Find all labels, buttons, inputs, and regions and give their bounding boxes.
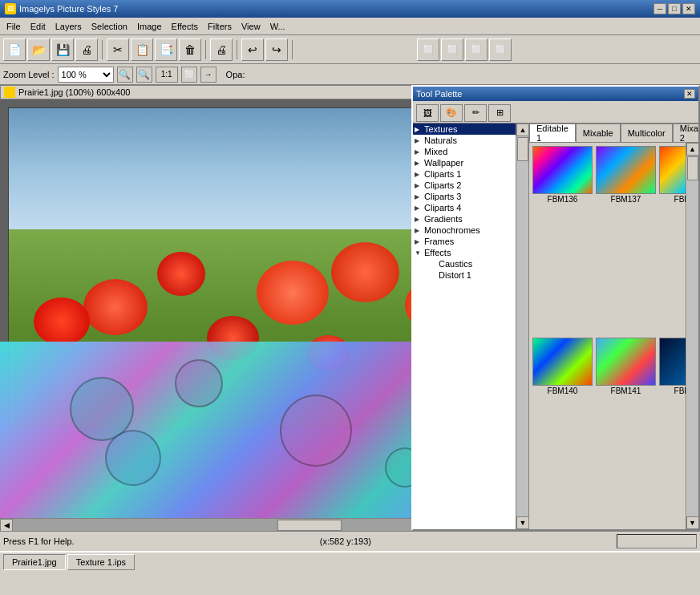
tab-multicolor[interactable]: Multicolor xyxy=(621,123,673,142)
tool-tab-icon-4[interactable]: ⊞ xyxy=(488,104,511,122)
menu-filters[interactable]: Filters xyxy=(203,20,237,33)
save-button[interactable]: 💾 xyxy=(51,38,74,61)
thumb-fbm142[interactable]: FBM142 xyxy=(659,338,686,526)
tool-tab-icon-2[interactable]: 🎨 xyxy=(440,104,463,122)
poppy-4 xyxy=(34,298,90,346)
thumb-fbm136[interactable]: FBM136 xyxy=(532,146,593,334)
tree-label-wallpaper: Wallpaper xyxy=(424,158,463,168)
new-button[interactable]: 📄 xyxy=(3,38,26,61)
thumb-fbm141[interactable]: FBM141 xyxy=(596,338,656,526)
menu-file[interactable]: File xyxy=(2,20,26,33)
task-texture[interactable]: Texture 1.ips xyxy=(67,554,135,570)
scroll-left-button[interactable]: ◀ xyxy=(0,519,13,532)
redo-button[interactable]: ↪ xyxy=(265,38,288,61)
tree-item-mixed[interactable]: ▶ Mixed xyxy=(413,146,516,157)
tree-scroll-up[interactable]: ▲ xyxy=(516,123,529,136)
zoom-in-button[interactable]: 🔍 xyxy=(117,67,133,83)
tree-item-gradients[interactable]: ▶ Gradients xyxy=(413,213,516,225)
tree-item-cliparts4[interactable]: ▶ Cliparts 4 xyxy=(413,202,516,213)
thumb-scroll-thumb[interactable] xyxy=(687,156,698,180)
zoom-fit-button[interactable]: ⬜ xyxy=(181,67,197,83)
tree-item-caustics[interactable]: Caustics xyxy=(413,258,516,269)
paste-button[interactable]: 📑 xyxy=(155,38,177,61)
copy-button[interactable]: 📋 xyxy=(131,38,153,61)
thumb-scroll-down[interactable]: ▼ xyxy=(686,516,699,529)
thumb-scroll-up[interactable]: ▲ xyxy=(686,143,699,156)
tree-label-cliparts1: Cliparts 1 xyxy=(424,169,461,179)
image-title: Prairie1.jpg (100%) 600x400 xyxy=(18,87,130,97)
delete-button[interactable]: 🗑 xyxy=(179,38,201,61)
tree-label-gradients: Gradients xyxy=(424,214,463,224)
thumb-label-fbm141: FBM141 xyxy=(611,387,641,395)
tool-tab-icon-3[interactable]: ✏ xyxy=(464,104,487,122)
tree-scroll-thumb[interactable] xyxy=(517,137,528,161)
zoom-select[interactable]: 100 % 50 % 200 % xyxy=(58,67,114,83)
tab-editable1[interactable]: Editable 1 xyxy=(529,123,576,142)
tab-mixable2[interactable]: Mixable 2 xyxy=(673,123,698,142)
tree-arrow-textures: ▶ xyxy=(415,126,424,133)
menu-layers[interactable]: Layers xyxy=(51,20,87,33)
poppy-1 xyxy=(83,279,148,335)
tree-arrow-naturals: ▶ xyxy=(415,137,424,144)
thumb-fbm140[interactable]: FBM140 xyxy=(532,338,593,526)
coordinates: (x:582 y:193) xyxy=(320,536,371,546)
menu-selection[interactable]: Selection xyxy=(87,20,132,33)
tree-scroll-down[interactable]: ▼ xyxy=(516,516,529,529)
print-button[interactable]: 🖨 xyxy=(210,38,233,61)
maximize-button[interactable]: □ xyxy=(668,3,681,14)
tree-item-wallpaper[interactable]: ▶ Wallpaper xyxy=(413,157,516,168)
tool-btn-4[interactable]: ⬜ xyxy=(489,38,512,61)
thumb-scrollbar: ▲ ▼ xyxy=(686,143,698,529)
tool-tab-icon-1[interactable]: 🖼 xyxy=(416,104,439,122)
thumb-label-fbm136: FBM136 xyxy=(548,195,578,204)
image-icon xyxy=(4,87,15,98)
opacity-label: Opa: xyxy=(226,70,245,79)
tree-label-cliparts2: Cliparts 2 xyxy=(424,180,461,190)
tree-item-cliparts2[interactable]: ▶ Cliparts 2 xyxy=(413,180,516,191)
tree-scroll-track[interactable] xyxy=(516,136,528,516)
zoom-11-button[interactable]: 1:1 xyxy=(156,67,178,83)
left-menu-container: ▶ Textures ▶ Naturals ▶ Mixed ▶ xyxy=(413,123,529,529)
zoom-out-button[interactable]: 🔍 xyxy=(136,67,152,83)
tree-arrow-effects: ▼ xyxy=(415,249,424,257)
menu-w[interactable]: W... xyxy=(265,20,290,33)
tree-item-effects[interactable]: ▼ Effects xyxy=(413,247,516,258)
close-button[interactable]: ✕ xyxy=(682,3,695,14)
open-button[interactable]: 📂 xyxy=(27,38,50,61)
tree-item-monochromes[interactable]: ▶ Monochromes xyxy=(413,225,516,236)
thumb-img-fbm137 xyxy=(596,146,656,194)
thumb-label-fbm137: FBM137 xyxy=(611,195,641,204)
thumb-scroll-track[interactable] xyxy=(687,156,698,516)
zoom-arrow-button[interactable]: → xyxy=(200,67,216,83)
tree-item-frames[interactable]: ▶ Frames xyxy=(413,236,516,247)
tool-palette-close-button[interactable]: ✕ xyxy=(684,89,695,99)
menu-edit[interactable]: Edit xyxy=(26,20,51,33)
thumb-label-fbm138: FBM138 xyxy=(674,195,686,204)
titlebar-title: Imagelys Picture Styles 7 xyxy=(19,4,119,14)
tree-item-cliparts1[interactable]: ▶ Cliparts 1 xyxy=(413,168,516,180)
minimize-button[interactable]: ─ xyxy=(653,3,666,14)
thumb-fbm138[interactable]: FBM138 xyxy=(659,146,686,334)
tree-item-textures[interactable]: ▶ Textures xyxy=(413,123,516,135)
scroll-thumb[interactable] xyxy=(277,520,342,531)
thumb-fbm137[interactable]: FBM137 xyxy=(596,146,656,334)
tree-item-naturals[interactable]: ▶ Naturals xyxy=(413,135,516,146)
tool-btn-2[interactable]: ⬜ xyxy=(441,38,463,61)
tab-mixable[interactable]: Mixable xyxy=(576,123,621,142)
menubar: File Edit Layers Selection Image Effects… xyxy=(0,18,700,35)
tool-btn-1[interactable]: ⬜ xyxy=(417,38,439,61)
tool-icon-tabs: 🖼 🎨 ✏ ⊞ xyxy=(413,101,698,123)
cut-button[interactable]: ✂ xyxy=(107,38,129,61)
tree-item-cliparts3[interactable]: ▶ Cliparts 3 xyxy=(413,191,516,202)
tool-btn-3[interactable]: ⬜ xyxy=(465,38,488,61)
task-prairie[interactable]: Prairie1.jpg xyxy=(3,554,66,570)
save-as-button[interactable]: 🖨 xyxy=(75,38,98,61)
poppy-3 xyxy=(257,261,329,325)
undo-button[interactable]: ↩ xyxy=(241,38,264,61)
menu-effects[interactable]: Effects xyxy=(167,20,203,33)
menu-view[interactable]: View xyxy=(237,20,265,33)
tree-item-distort1[interactable]: Distort 1 xyxy=(413,269,516,281)
menu-image[interactable]: Image xyxy=(132,20,167,33)
tree-scrollbar: ▲ ▼ xyxy=(516,123,528,529)
tree-arrow-gradients: ▶ xyxy=(415,216,424,223)
